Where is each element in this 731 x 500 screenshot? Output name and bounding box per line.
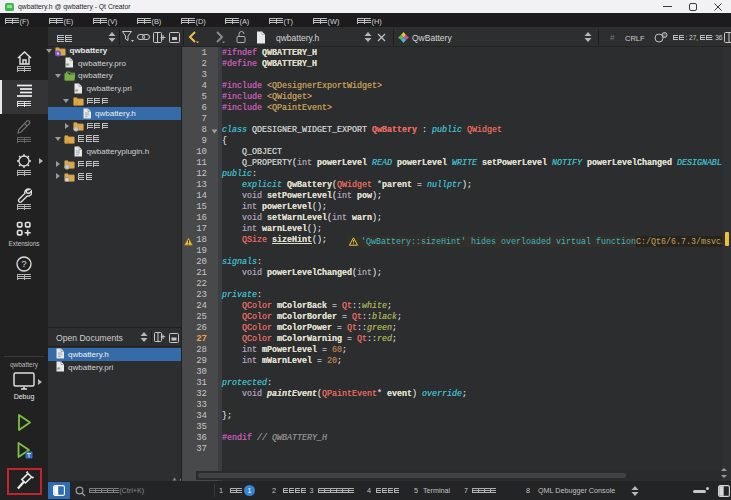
svg-text:?: ? [22, 259, 27, 269]
